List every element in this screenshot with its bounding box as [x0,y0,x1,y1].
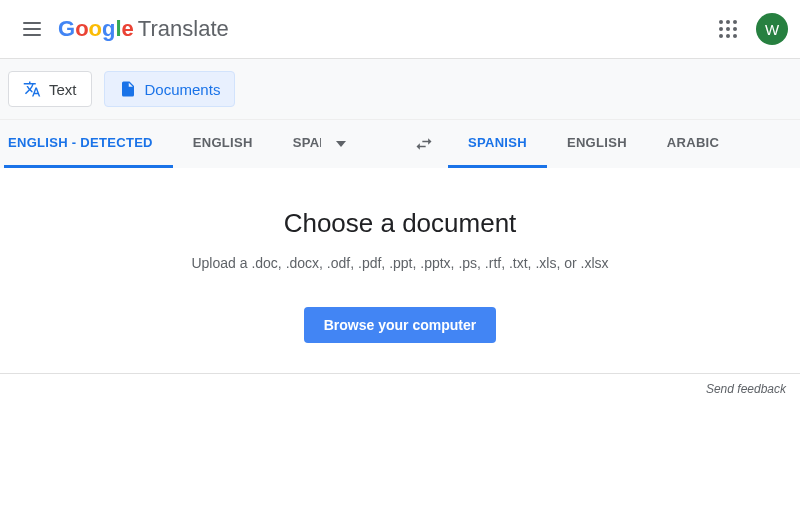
source-lang-more-button[interactable] [321,120,361,168]
text-mode-label: Text [49,81,77,98]
product-name: Translate [138,16,229,42]
source-lang-tab-detected[interactable]: ENGLISH - DETECTED [4,120,173,168]
documents-mode-label: Documents [145,81,221,98]
target-language-group: SPANISH ENGLISH ARABIC [448,120,800,168]
target-lang-tab-arabic[interactable]: ARABIC [647,120,739,168]
send-feedback-link[interactable]: Send feedback [0,374,800,404]
swap-languages-button[interactable] [400,120,448,168]
document-upload-area: Choose a document Upload a .doc, .docx, … [0,168,800,374]
google-translate-logo[interactable]: Google Translate [58,16,229,42]
apps-grid-icon [719,20,737,38]
documents-mode-button[interactable]: Documents [104,71,236,107]
text-mode-button[interactable]: Text [8,71,92,107]
target-lang-tab-english[interactable]: ENGLISH [547,120,647,168]
hamburger-icon [23,22,41,36]
source-language-group: ENGLISH - DETECTED ENGLISH SPANISH [4,120,400,168]
browse-computer-button[interactable]: Browse your computer [304,307,496,343]
source-lang-tab-spanish[interactable]: SPANISH [273,120,321,168]
upload-subtitle: Upload a .doc, .docx, .odf, .pdf, .ppt, … [8,255,792,271]
source-lang-tab-english[interactable]: ENGLISH [173,120,273,168]
target-lang-tab-spanish[interactable]: SPANISH [448,120,547,168]
avatar-letter: W [765,21,779,38]
translate-mode-tabs: Text Documents [0,59,800,120]
main-menu-button[interactable] [12,9,52,49]
document-icon [119,80,137,98]
upload-title: Choose a document [8,208,792,239]
chevron-down-icon [336,141,346,147]
account-avatar[interactable]: W [756,13,788,45]
google-apps-button[interactable] [708,9,748,49]
app-header: Google Translate W [0,0,800,59]
swap-horiz-icon [414,134,434,154]
language-selector-row: ENGLISH - DETECTED ENGLISH SPANISH SPANI… [0,120,800,168]
translate-icon [23,80,41,98]
